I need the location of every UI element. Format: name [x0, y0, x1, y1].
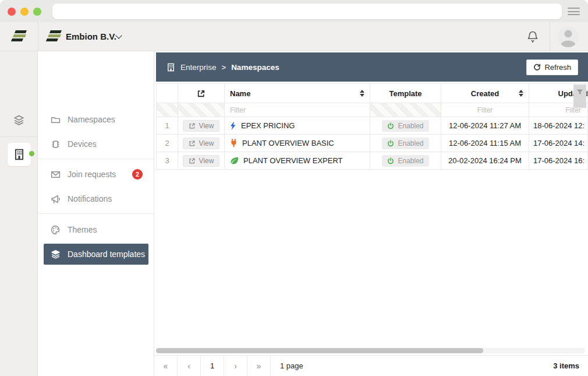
row-index: 3	[156, 152, 178, 169]
minimize-window-button[interactable]	[20, 8, 29, 16]
sidebar-item-label: Devices	[68, 139, 97, 149]
envelope-icon	[51, 170, 61, 180]
table-row: 1 View EPEX PRICING	[156, 117, 588, 135]
sidebar-item-notifications[interactable]: Notifications	[38, 188, 154, 209]
filter-view-disabled	[178, 103, 225, 117]
status-label: Enabled	[398, 157, 423, 165]
next-page-button[interactable]: ›	[224, 356, 247, 376]
header-index	[156, 84, 178, 103]
sidebar-item-devices[interactable]: Devices	[38, 133, 154, 154]
header-view	[178, 84, 225, 103]
sidebar-divider	[38, 213, 154, 214]
prev-page-button[interactable]: ‹	[178, 356, 201, 376]
updated-cell: 17-06-2024 16:	[529, 152, 588, 169]
sidebar-item-themes[interactable]: Themes	[38, 219, 154, 240]
notifications-bell-icon[interactable]	[526, 30, 540, 44]
breadcrumb-enterprise[interactable]: Enterprise	[180, 63, 217, 72]
browser-menu-icon[interactable]	[568, 8, 580, 15]
join-requests-badge: 2	[132, 169, 143, 180]
header-template: Template	[370, 84, 441, 103]
last-page-button[interactable]: »	[247, 356, 271, 376]
items-count-label: 3 items	[553, 361, 579, 370]
refresh-button[interactable]: Refresh	[526, 59, 578, 75]
external-link-icon	[197, 89, 206, 98]
status-badge: Enabled	[382, 138, 428, 149]
icon-rail	[0, 51, 38, 376]
bolt-icon	[230, 121, 236, 130]
header-created-label: Created	[471, 89, 499, 98]
status-label: Enabled	[398, 139, 423, 147]
table-filter-row	[156, 103, 588, 117]
sort-icon[interactable]	[519, 90, 523, 97]
header-created[interactable]: Created	[441, 84, 529, 103]
folder-icon	[51, 115, 61, 125]
sidebar: Namespaces Devices Join requests 2 Notif…	[38, 51, 154, 376]
current-page-button[interactable]: 1	[201, 356, 224, 376]
table-row: 2 View PLANT OVERVIEW BASIC	[156, 135, 588, 152]
power-icon	[387, 140, 394, 147]
funnel-icon	[576, 89, 583, 108]
row-index: 1	[156, 117, 178, 134]
sidebar-item-join-requests[interactable]: Join requests 2	[38, 164, 154, 185]
workspaces-layers-icon[interactable]	[13, 114, 25, 126]
namespaces-table: Name Template Created Updated	[156, 83, 588, 170]
status-badge: Enabled	[382, 120, 428, 132]
app-window: Embion B.V.	[0, 0, 588, 376]
header-divider	[38, 22, 38, 51]
palette-icon	[51, 225, 61, 235]
scrollbar-thumb[interactable]	[156, 348, 483, 353]
namespace-name: PLANT OVERVIEW BASIC	[242, 139, 334, 147]
name-filter-input[interactable]	[230, 106, 370, 114]
power-icon	[387, 157, 394, 164]
leaf-icon	[230, 157, 239, 164]
header-name-label: Name	[230, 89, 250, 98]
sidebar-divider	[38, 159, 154, 159]
online-status-dot	[29, 151, 34, 156]
table-row: 3 View PLANT OVERVIEW EXPERT	[156, 152, 588, 170]
view-label: View	[199, 122, 214, 130]
sidebar-item-dashboard-templates[interactable]: Dashboard templates	[44, 244, 148, 265]
created-cell: 12-06-2024 11:27 AM	[441, 117, 529, 134]
plug-icon	[230, 139, 238, 147]
view-button[interactable]: View	[183, 155, 220, 167]
header-template-label: Template	[389, 89, 421, 98]
status-label: Enabled	[398, 122, 423, 130]
breadcrumb-separator: >	[222, 63, 226, 72]
user-avatar[interactable]	[558, 26, 579, 47]
url-bar[interactable]	[52, 3, 562, 19]
org-switcher[interactable]: Embion B.V.	[66, 31, 116, 41]
breadcrumb-namespaces: Namespaces	[231, 63, 279, 72]
table-header-row: Name Template Created Updated	[156, 83, 588, 103]
row-index: 2	[156, 135, 178, 152]
sidebar-item-label: Notifications	[68, 194, 112, 203]
building-icon	[167, 63, 175, 72]
pagination-bar: « ‹ 1 › » 1 page 3 items	[154, 355, 588, 376]
main-content: Enterprise > Namespaces Refresh	[154, 51, 588, 376]
created-cell: 12-06-2024 11:15 AM	[441, 135, 529, 152]
updated-cell: 18-06-2024 12:	[529, 117, 588, 134]
header-name[interactable]: Name	[225, 84, 370, 103]
horizontal-scrollbar[interactable]	[156, 348, 585, 353]
sidebar-item-namespaces[interactable]: Namespaces	[38, 109, 154, 130]
rail-divider	[0, 136, 38, 137]
sort-icon[interactable]	[360, 90, 364, 97]
namespace-name: EPEX PRICING	[241, 121, 295, 130]
refresh-icon	[533, 64, 541, 71]
first-page-button[interactable]: «	[154, 356, 178, 376]
view-button[interactable]: View	[183, 138, 220, 149]
browser-chrome	[0, 0, 588, 22]
filter-template-disabled	[370, 103, 441, 117]
sidebar-item-label: Namespaces	[68, 115, 115, 124]
enterprise-building-icon[interactable]	[8, 143, 31, 166]
zoom-window-button[interactable]	[33, 8, 41, 16]
sidebar-item-label: Dashboard templates	[68, 250, 145, 259]
view-label: View	[199, 139, 214, 147]
filter-index-disabled	[156, 103, 178, 117]
megaphone-icon	[51, 194, 61, 204]
view-button[interactable]: View	[183, 120, 220, 132]
breadcrumb: Enterprise > Namespaces Refresh	[156, 52, 588, 82]
filter-panel-tab[interactable]	[573, 85, 586, 108]
status-badge: Enabled	[382, 155, 428, 167]
close-window-button[interactable]	[8, 8, 16, 16]
created-filter-input[interactable]	[441, 106, 529, 114]
